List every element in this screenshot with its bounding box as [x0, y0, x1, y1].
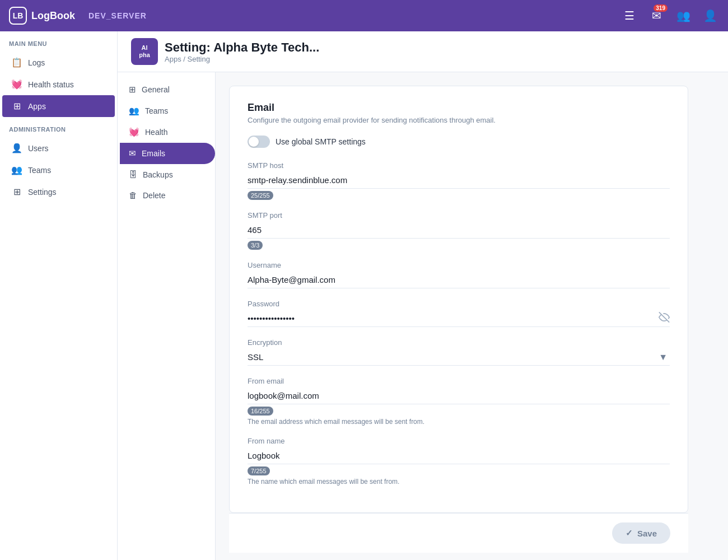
page-header: Alpha Setting: Alpha Byte Tech... Apps /… [118, 31, 728, 72]
from-name-field: From name 7/255 The name which email mes… [248, 437, 670, 486]
sub-sidebar-health-label: Health [145, 128, 167, 137]
sub-emails-icon: ✉ [129, 148, 136, 158]
from-email-input[interactable] [248, 388, 670, 404]
username-label: Username [248, 261, 670, 269]
smtp-host-label: SMTP host [248, 161, 670, 170]
server-name: DEV_SERVER [88, 11, 147, 20]
sub-health-icon: 💓 [129, 127, 139, 137]
sidebar: MAIN MENU 📋 Logs 💓 Health status ⊞ Apps … [0, 31, 118, 560]
apps-icon: ⊞ [11, 101, 22, 111]
breadcrumb-current: Setting [188, 55, 210, 63]
menu-icon: ☰ [624, 9, 634, 22]
sub-sidebar-item-health[interactable]: 💓 Health [120, 122, 213, 143]
smtp-port-counter: 3/3 [248, 241, 263, 250]
save-area: ✓ Save [229, 513, 688, 553]
sidebar-item-settings[interactable]: ⊞ Settings [2, 181, 115, 203]
sidebar-item-users-label: Users [28, 144, 49, 153]
from-email-field: From email 16/255 The email address whic… [248, 377, 670, 426]
sidebar-item-health-status[interactable]: 💓 Health status [2, 73, 115, 95]
page-header-text: Setting: Alpha Byte Tech... Apps / Setti… [165, 40, 319, 63]
notification-badge: 319 [654, 4, 668, 12]
encryption-field: Encryption SSL TLS None ▼ [248, 338, 670, 366]
smtp-host-counter: 25/255 [248, 191, 273, 200]
sidebar-item-settings-label: Settings [28, 188, 57, 197]
sidebar-item-logs-label: Logs [28, 58, 45, 67]
sidebar-item-apps[interactable]: ⊞ Apps [2, 95, 115, 117]
from-name-label: From name [248, 437, 670, 445]
toggle-label: Use global SMTP settings [276, 137, 366, 146]
main-menu-label: MAIN MENU [0, 31, 117, 52]
sub-sidebar-teams-label: Teams [145, 106, 168, 115]
sub-sidebar-item-delete[interactable]: 🗑 Delete [120, 185, 213, 206]
toggle-password-icon[interactable] [659, 312, 670, 326]
smtp-host-field: SMTP host 25/255 [248, 161, 670, 200]
inner-layout: ⊞ General 👥 Teams 💓 Health ✉ Emails 🗄 [118, 72, 728, 560]
logo[interactable]: LB LogBook [9, 7, 75, 25]
sub-delete-icon: 🗑 [129, 190, 137, 200]
teams-sidebar-icon: 👥 [11, 165, 22, 175]
smtp-port-label: SMTP port [248, 211, 670, 220]
sub-teams-icon: 👥 [129, 106, 139, 116]
from-name-counter: 7/255 [248, 466, 270, 475]
encryption-label: Encryption [248, 338, 670, 347]
password-label: Password [248, 300, 670, 308]
from-email-label: From email [248, 377, 670, 385]
sub-sidebar-item-teams[interactable]: 👥 Teams [120, 100, 213, 122]
admin-menu-label: ADMINISTRATION [0, 117, 117, 137]
save-check-icon: ✓ [626, 528, 633, 538]
form-section-title: Email [248, 102, 670, 114]
topbar-actions: ☰ ✉ 319 👥 👤 [620, 7, 719, 25]
password-input[interactable] [248, 310, 670, 327]
form-container: Email Configure the outgoing email provi… [216, 72, 728, 560]
sub-sidebar-item-emails[interactable]: ✉ Emails [120, 143, 215, 164]
logo-icon: LB [9, 7, 27, 25]
topbar: LB LogBook DEV_SERVER ☰ ✉ 319 👥 👤 [0, 0, 728, 31]
encryption-select-wrapper: SSL TLS None ▼ [248, 349, 670, 366]
sidebar-item-users[interactable]: 👤 Users [2, 137, 115, 159]
smtp-port-field: SMTP port 3/3 [248, 211, 670, 250]
menu-button[interactable]: ☰ [620, 7, 638, 25]
settings-sidebar-icon: ⊞ [11, 186, 22, 197]
encryption-select[interactable]: SSL TLS None [248, 349, 670, 366]
sub-sidebar-delete-label: Delete [143, 191, 165, 200]
sidebar-item-teams-label: Teams [28, 166, 51, 175]
logo-text: LogBook [31, 10, 75, 22]
users-sidebar-icon: 👤 [11, 143, 22, 153]
password-field: Password [248, 300, 670, 327]
from-email-hint: The email address which email messages w… [248, 418, 670, 426]
sidebar-item-teams[interactable]: 👥 Teams [2, 159, 115, 181]
sub-sidebar-general-label: General [142, 85, 170, 94]
main-layout: MAIN MENU 📋 Logs 💓 Health status ⊞ Apps … [0, 31, 728, 560]
smtp-toggle-row: Use global SMTP settings [248, 136, 670, 148]
general-icon: ⊞ [129, 85, 136, 95]
toggle-knob [249, 137, 259, 147]
username-input[interactable] [248, 272, 670, 288]
health-icon: 💓 [11, 79, 22, 90]
save-button-label: Save [637, 529, 657, 538]
from-name-hint: The name which email messages will be se… [248, 478, 670, 486]
app-icon-thumbnail: Alpha [131, 38, 158, 65]
sub-sidebar-item-backups[interactable]: 🗄 Backups [120, 164, 213, 185]
form-section-desc: Configure the outgoing email provider fo… [248, 116, 670, 124]
sidebar-item-logs[interactable]: 📋 Logs [2, 52, 115, 73]
save-button[interactable]: ✓ Save [612, 522, 670, 544]
breadcrumb-apps[interactable]: Apps [165, 55, 181, 63]
sidebar-item-health-label: Health status [28, 80, 74, 89]
profile-icon: 👤 [703, 9, 717, 22]
from-email-counter: 16/255 [248, 407, 273, 416]
page-title: Setting: Alpha Byte Tech... [165, 40, 319, 55]
sub-sidebar-backups-label: Backups [143, 170, 173, 179]
smtp-port-input[interactable] [248, 222, 670, 239]
content-area: Alpha Setting: Alpha Byte Tech... Apps /… [118, 31, 728, 560]
from-name-input[interactable] [248, 447, 670, 464]
breadcrumb: Apps / Setting [165, 55, 319, 63]
users-icon: 👥 [676, 9, 690, 22]
profile-button[interactable]: 👤 [701, 7, 719, 25]
logs-icon: 📋 [11, 57, 22, 68]
smtp-host-input[interactable] [248, 172, 670, 189]
notifications-button[interactable]: ✉ 319 [647, 7, 665, 25]
sub-sidebar-item-general[interactable]: ⊞ General [120, 79, 213, 100]
smtp-toggle[interactable] [248, 136, 270, 148]
sub-backups-icon: 🗄 [129, 170, 137, 179]
users-button[interactable]: 👥 [674, 7, 692, 25]
